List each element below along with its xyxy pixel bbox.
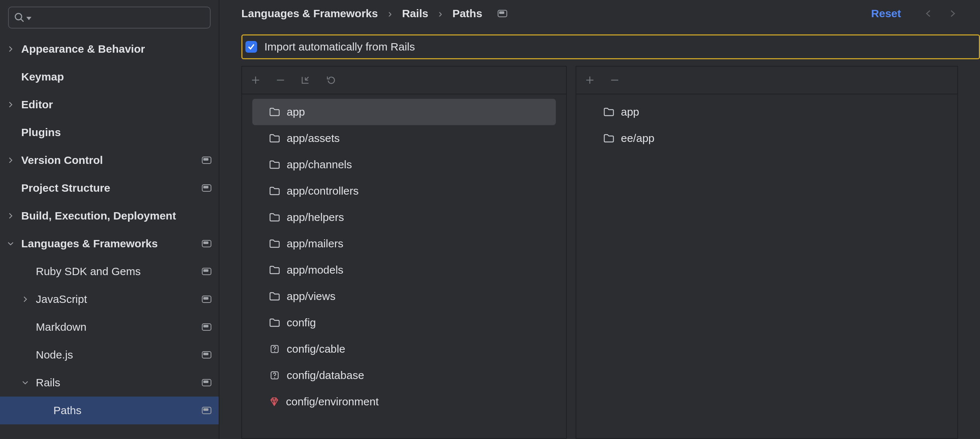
window-icon [198,379,212,386]
sidebar-item-javascript[interactable]: JavaScript [0,285,219,313]
list-item[interactable]: app/channels [252,152,556,178]
sidebar-item-keymap[interactable]: Keymap [0,63,219,91]
sidebar-item-label: Ruby SDK and Gems [36,265,198,278]
remove-icon[interactable] [276,75,285,85]
sidebar-item-version-control[interactable]: Version Control [0,146,219,174]
back-icon[interactable] [923,9,934,18]
left-list: appapp/assetsapp/channelsapp/controllers… [242,94,566,438]
ruby-icon [269,397,279,407]
breadcrumb-item[interactable]: Paths [452,7,482,20]
chevron-right-icon [14,295,36,303]
svg-rect-19 [203,408,208,411]
svg-rect-15 [203,353,208,355]
svg-point-28 [274,377,275,378]
svg-rect-17 [203,380,208,383]
folder-icon [269,318,280,327]
checkbox-checked-icon[interactable] [245,41,257,53]
folder-icon [269,107,280,117]
sidebar-item-label: Node.js [36,349,198,361]
chevron-right-icon [0,156,21,164]
add-icon[interactable] [251,75,260,85]
settings-sidebar: Appearance & BehaviorKeymapEditorPlugins… [0,0,220,439]
list-item-label: config/database [287,369,364,382]
settings-tree: Appearance & BehaviorKeymapEditorPlugins… [0,35,219,439]
list-item[interactable]: app/assets [252,125,556,152]
sidebar-item-rails[interactable]: Rails [0,369,219,397]
list-item[interactable]: app/mailers [252,230,556,257]
list-item-label: app/mailers [287,238,344,250]
folder-icon [269,292,280,301]
remove-icon[interactable] [610,75,619,85]
window-icon [198,156,212,164]
add-icon[interactable] [585,75,595,85]
svg-rect-11 [203,297,208,300]
list-item-label: app [287,106,305,118]
left-list-panel: appapp/assetsapp/channelsapp/controllers… [241,66,567,439]
forward-icon[interactable] [947,9,958,18]
list-item[interactable]: app [587,99,947,125]
unknown-icon [269,370,280,380]
search-dropdown-icon[interactable] [26,17,32,20]
chevron-right-icon [0,212,21,219]
sidebar-item-editor[interactable]: Editor [0,91,219,118]
list-item-label: ee/app [621,132,655,145]
list-item[interactable]: config/environment [252,388,556,415]
sidebar-item-markdown[interactable]: Markdown [0,313,219,341]
reset-button[interactable]: Reset [871,7,901,20]
sidebar-item-label: Build, Execution, Deployment [21,210,212,222]
collapse-icon[interactable] [301,75,310,85]
svg-point-26 [274,351,275,351]
window-icon [198,407,212,414]
window-icon [198,268,212,275]
undo-icon[interactable] [325,75,336,85]
list-item[interactable]: app [252,99,556,125]
list-item[interactable]: app/views [252,283,556,310]
sidebar-item-label: Plugins [21,126,212,139]
search-icon [14,12,25,23]
list-item[interactable]: app/helpers [252,204,556,230]
search-input[interactable] [8,6,211,29]
sidebar-item-ruby-sdk-and-gems[interactable]: Ruby SDK and Gems [0,257,219,285]
list-item-label: config/cable [287,343,345,355]
window-icon [198,295,212,303]
svg-point-0 [15,14,22,20]
sidebar-item-appearance-behavior[interactable]: Appearance & Behavior [0,35,219,63]
list-item-label: app/models [287,264,344,276]
import-auto-checkbox-row[interactable]: Import automatically from Rails [241,34,980,59]
sidebar-item-build-execution-deployment[interactable]: Build, Execution, Deployment [0,202,219,230]
import-auto-label: Import automatically from Rails [264,41,415,53]
list-item[interactable]: config/cable [252,336,556,362]
list-item[interactable]: config [252,310,556,336]
breadcrumb-item[interactable]: Rails [402,7,428,20]
left-list-toolbar [242,67,566,94]
sidebar-item-languages-frameworks[interactable]: Languages & Frameworks [0,230,219,257]
list-item-label: app [621,106,639,118]
list-item[interactable]: ee/app [587,125,947,152]
svg-line-1 [21,19,24,22]
window-icon [198,240,212,247]
sidebar-item-project-structure[interactable]: Project Structure [0,174,219,202]
breadcrumb: Languages & Frameworks › Rails › Paths [241,7,507,20]
sidebar-item-plugins[interactable]: Plugins [0,118,219,146]
folder-icon [269,212,280,222]
svg-rect-7 [203,241,208,244]
unknown-icon [269,344,280,354]
sidebar-item-node-js[interactable]: Node.js [0,341,219,369]
sidebar-item-paths[interactable]: Paths [0,397,219,425]
sidebar-item-label: Appearance & Behavior [21,43,212,55]
window-icon [198,351,212,359]
list-item[interactable]: app/models [252,257,556,283]
history-nav [923,9,958,18]
folder-icon [269,265,280,275]
chevron-down-icon [14,379,36,386]
folder-icon [269,134,280,143]
list-item-label: config [287,316,316,329]
sidebar-item-label: Markdown [36,321,198,333]
search-wrapper [0,6,219,35]
sidebar-item-label: Version Control [21,154,198,166]
chevron-right-icon [0,45,21,53]
chevron-right-icon: › [438,7,442,20]
list-item[interactable]: config/database [252,362,556,388]
breadcrumb-item[interactable]: Languages & Frameworks [241,7,378,20]
list-item[interactable]: app/controllers [252,178,556,204]
